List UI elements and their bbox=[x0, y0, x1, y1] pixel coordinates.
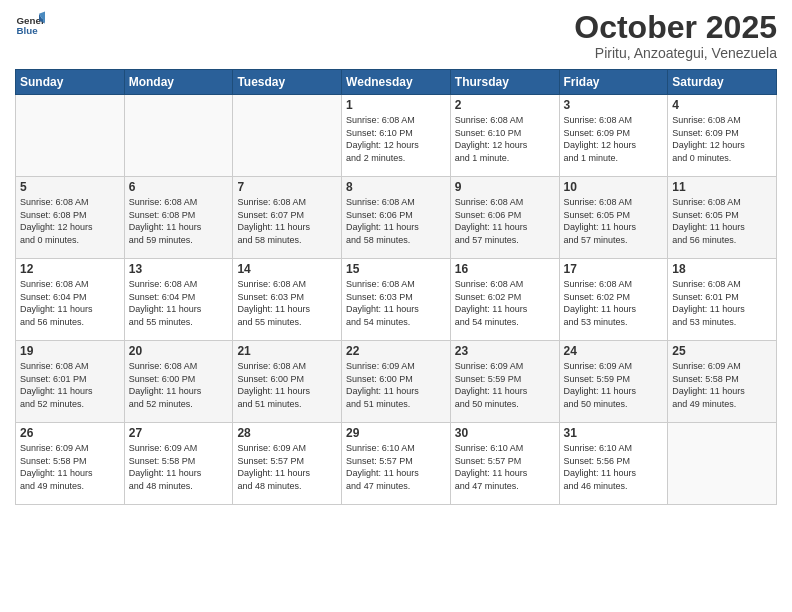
calendar-week-3: 12Sunrise: 6:08 AM Sunset: 6:04 PM Dayli… bbox=[16, 259, 777, 341]
day-number: 18 bbox=[672, 262, 772, 276]
calendar-cell: 2Sunrise: 6:08 AM Sunset: 6:10 PM Daylig… bbox=[450, 95, 559, 177]
weekday-header-saturday: Saturday bbox=[668, 70, 777, 95]
day-number: 17 bbox=[564, 262, 664, 276]
day-number: 30 bbox=[455, 426, 555, 440]
day-number: 25 bbox=[672, 344, 772, 358]
day-number: 3 bbox=[564, 98, 664, 112]
day-number: 7 bbox=[237, 180, 337, 194]
calendar-cell: 12Sunrise: 6:08 AM Sunset: 6:04 PM Dayli… bbox=[16, 259, 125, 341]
calendar-cell: 28Sunrise: 6:09 AM Sunset: 5:57 PM Dayli… bbox=[233, 423, 342, 505]
day-info: Sunrise: 6:08 AM Sunset: 6:02 PM Dayligh… bbox=[455, 278, 555, 328]
calendar-cell: 24Sunrise: 6:09 AM Sunset: 5:59 PM Dayli… bbox=[559, 341, 668, 423]
day-info: Sunrise: 6:08 AM Sunset: 6:03 PM Dayligh… bbox=[346, 278, 446, 328]
calendar-cell: 5Sunrise: 6:08 AM Sunset: 6:08 PM Daylig… bbox=[16, 177, 125, 259]
day-number: 23 bbox=[455, 344, 555, 358]
calendar-cell: 16Sunrise: 6:08 AM Sunset: 6:02 PM Dayli… bbox=[450, 259, 559, 341]
day-number: 4 bbox=[672, 98, 772, 112]
calendar-cell: 27Sunrise: 6:09 AM Sunset: 5:58 PM Dayli… bbox=[124, 423, 233, 505]
day-info: Sunrise: 6:10 AM Sunset: 5:57 PM Dayligh… bbox=[346, 442, 446, 492]
day-info: Sunrise: 6:08 AM Sunset: 6:01 PM Dayligh… bbox=[20, 360, 120, 410]
day-info: Sunrise: 6:09 AM Sunset: 5:57 PM Dayligh… bbox=[237, 442, 337, 492]
calendar-cell: 4Sunrise: 6:08 AM Sunset: 6:09 PM Daylig… bbox=[668, 95, 777, 177]
day-number: 9 bbox=[455, 180, 555, 194]
day-info: Sunrise: 6:08 AM Sunset: 6:06 PM Dayligh… bbox=[346, 196, 446, 246]
calendar-cell: 17Sunrise: 6:08 AM Sunset: 6:02 PM Dayli… bbox=[559, 259, 668, 341]
weekday-header-tuesday: Tuesday bbox=[233, 70, 342, 95]
day-info: Sunrise: 6:09 AM Sunset: 5:59 PM Dayligh… bbox=[455, 360, 555, 410]
day-number: 13 bbox=[129, 262, 229, 276]
calendar-table: SundayMondayTuesdayWednesdayThursdayFrid… bbox=[15, 69, 777, 505]
day-info: Sunrise: 6:09 AM Sunset: 5:59 PM Dayligh… bbox=[564, 360, 664, 410]
day-number: 26 bbox=[20, 426, 120, 440]
day-info: Sunrise: 6:09 AM Sunset: 5:58 PM Dayligh… bbox=[20, 442, 120, 492]
calendar-cell: 30Sunrise: 6:10 AM Sunset: 5:57 PM Dayli… bbox=[450, 423, 559, 505]
calendar-cell: 19Sunrise: 6:08 AM Sunset: 6:01 PM Dayli… bbox=[16, 341, 125, 423]
day-info: Sunrise: 6:08 AM Sunset: 6:08 PM Dayligh… bbox=[20, 196, 120, 246]
day-number: 2 bbox=[455, 98, 555, 112]
calendar-cell bbox=[233, 95, 342, 177]
calendar-cell: 9Sunrise: 6:08 AM Sunset: 6:06 PM Daylig… bbox=[450, 177, 559, 259]
day-info: Sunrise: 6:08 AM Sunset: 6:09 PM Dayligh… bbox=[564, 114, 664, 164]
logo: General Blue bbox=[15, 10, 45, 40]
calendar-cell: 18Sunrise: 6:08 AM Sunset: 6:01 PM Dayli… bbox=[668, 259, 777, 341]
day-number: 10 bbox=[564, 180, 664, 194]
calendar-cell: 11Sunrise: 6:08 AM Sunset: 6:05 PM Dayli… bbox=[668, 177, 777, 259]
day-number: 12 bbox=[20, 262, 120, 276]
calendar-cell: 29Sunrise: 6:10 AM Sunset: 5:57 PM Dayli… bbox=[342, 423, 451, 505]
calendar-week-2: 5Sunrise: 6:08 AM Sunset: 6:08 PM Daylig… bbox=[16, 177, 777, 259]
calendar-cell: 1Sunrise: 6:08 AM Sunset: 6:10 PM Daylig… bbox=[342, 95, 451, 177]
calendar-cell: 13Sunrise: 6:08 AM Sunset: 6:04 PM Dayli… bbox=[124, 259, 233, 341]
day-info: Sunrise: 6:08 AM Sunset: 6:02 PM Dayligh… bbox=[564, 278, 664, 328]
logo-icon: General Blue bbox=[15, 10, 45, 40]
day-info: Sunrise: 6:08 AM Sunset: 6:10 PM Dayligh… bbox=[455, 114, 555, 164]
header: General Blue October 2025 Piritu, Anzoat… bbox=[15, 10, 777, 61]
day-number: 21 bbox=[237, 344, 337, 358]
day-number: 28 bbox=[237, 426, 337, 440]
day-info: Sunrise: 6:08 AM Sunset: 6:04 PM Dayligh… bbox=[129, 278, 229, 328]
day-info: Sunrise: 6:08 AM Sunset: 6:04 PM Dayligh… bbox=[20, 278, 120, 328]
day-number: 20 bbox=[129, 344, 229, 358]
day-number: 8 bbox=[346, 180, 446, 194]
page-container: General Blue October 2025 Piritu, Anzoat… bbox=[0, 0, 792, 515]
day-number: 11 bbox=[672, 180, 772, 194]
day-info: Sunrise: 6:09 AM Sunset: 6:00 PM Dayligh… bbox=[346, 360, 446, 410]
calendar-cell bbox=[16, 95, 125, 177]
day-info: Sunrise: 6:08 AM Sunset: 6:00 PM Dayligh… bbox=[129, 360, 229, 410]
day-info: Sunrise: 6:08 AM Sunset: 6:06 PM Dayligh… bbox=[455, 196, 555, 246]
calendar-week-1: 1Sunrise: 6:08 AM Sunset: 6:10 PM Daylig… bbox=[16, 95, 777, 177]
day-info: Sunrise: 6:09 AM Sunset: 5:58 PM Dayligh… bbox=[129, 442, 229, 492]
day-number: 14 bbox=[237, 262, 337, 276]
day-info: Sunrise: 6:08 AM Sunset: 6:05 PM Dayligh… bbox=[564, 196, 664, 246]
calendar-week-5: 26Sunrise: 6:09 AM Sunset: 5:58 PM Dayli… bbox=[16, 423, 777, 505]
calendar-cell: 31Sunrise: 6:10 AM Sunset: 5:56 PM Dayli… bbox=[559, 423, 668, 505]
calendar-cell: 6Sunrise: 6:08 AM Sunset: 6:08 PM Daylig… bbox=[124, 177, 233, 259]
day-number: 5 bbox=[20, 180, 120, 194]
day-info: Sunrise: 6:10 AM Sunset: 5:56 PM Dayligh… bbox=[564, 442, 664, 492]
calendar-cell: 25Sunrise: 6:09 AM Sunset: 5:58 PM Dayli… bbox=[668, 341, 777, 423]
day-info: Sunrise: 6:08 AM Sunset: 6:05 PM Dayligh… bbox=[672, 196, 772, 246]
day-number: 24 bbox=[564, 344, 664, 358]
calendar-cell: 23Sunrise: 6:09 AM Sunset: 5:59 PM Dayli… bbox=[450, 341, 559, 423]
calendar-cell: 22Sunrise: 6:09 AM Sunset: 6:00 PM Dayli… bbox=[342, 341, 451, 423]
weekday-header-row: SundayMondayTuesdayWednesdayThursdayFrid… bbox=[16, 70, 777, 95]
day-number: 29 bbox=[346, 426, 446, 440]
title-block: October 2025 Piritu, Anzoategui, Venezue… bbox=[574, 10, 777, 61]
day-number: 16 bbox=[455, 262, 555, 276]
location: Piritu, Anzoategui, Venezuela bbox=[574, 45, 777, 61]
day-info: Sunrise: 6:08 AM Sunset: 6:00 PM Dayligh… bbox=[237, 360, 337, 410]
weekday-header-wednesday: Wednesday bbox=[342, 70, 451, 95]
calendar-cell: 7Sunrise: 6:08 AM Sunset: 6:07 PM Daylig… bbox=[233, 177, 342, 259]
weekday-header-sunday: Sunday bbox=[16, 70, 125, 95]
day-info: Sunrise: 6:09 AM Sunset: 5:58 PM Dayligh… bbox=[672, 360, 772, 410]
day-number: 15 bbox=[346, 262, 446, 276]
day-number: 6 bbox=[129, 180, 229, 194]
weekday-header-monday: Monday bbox=[124, 70, 233, 95]
day-info: Sunrise: 6:08 AM Sunset: 6:07 PM Dayligh… bbox=[237, 196, 337, 246]
calendar-cell bbox=[668, 423, 777, 505]
day-number: 1 bbox=[346, 98, 446, 112]
calendar-cell: 21Sunrise: 6:08 AM Sunset: 6:00 PM Dayli… bbox=[233, 341, 342, 423]
day-info: Sunrise: 6:08 AM Sunset: 6:01 PM Dayligh… bbox=[672, 278, 772, 328]
calendar-cell bbox=[124, 95, 233, 177]
calendar-cell: 20Sunrise: 6:08 AM Sunset: 6:00 PM Dayli… bbox=[124, 341, 233, 423]
day-number: 27 bbox=[129, 426, 229, 440]
